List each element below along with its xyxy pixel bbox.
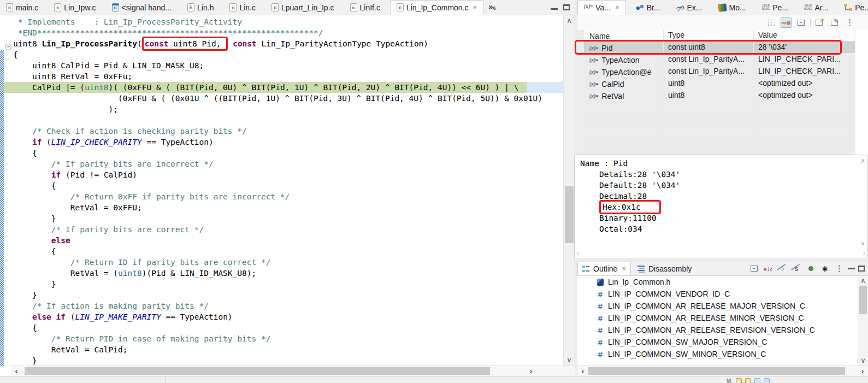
code-line-27[interactable]: /* If action is making parity bits */ xyxy=(0,300,564,311)
hide-fields-icon[interactable]: ○ xyxy=(777,263,788,274)
column-header-name[interactable]: Name xyxy=(584,30,664,41)
code-editor[interactable]: * Implements : Lin_Ip_ProcessParity_Acti… xyxy=(0,15,575,366)
collapse-all-icon[interactable]: − xyxy=(795,17,806,28)
scroll-left-icon[interactable]: ‹ xyxy=(11,366,22,376)
show-logical-structure-icon[interactable]: ⇒▦ xyxy=(781,17,792,28)
code-line-20[interactable]: /* If parity bits are correct */ xyxy=(0,224,564,235)
close-icon[interactable]: × xyxy=(622,264,626,273)
code-line-29[interactable]: { xyxy=(0,322,564,333)
code-line-15[interactable]: if (Pid != CalPid) xyxy=(0,169,564,180)
code-line-22[interactable]: { xyxy=(0,246,564,257)
code-line-31[interactable]: RetVal = CalPid; xyxy=(0,344,564,355)
tab-overflow-button[interactable]: »6 xyxy=(487,0,498,15)
variable-row-empty[interactable] xyxy=(584,126,855,138)
scroll-left-icon[interactable]: ‹ xyxy=(577,366,588,376)
view-tab-mo[interactable]: Mo... xyxy=(712,0,752,15)
view-tab-outline[interactable]: Outline× xyxy=(577,262,631,275)
outline-item-lin-ip-common-sw-minor-version-c[interactable]: #LIN_IP_COMMON_SW_MINOR_VERSION_C xyxy=(577,348,868,360)
outline-item-lin-ip-common-h[interactable]: Lin_Ip_Common.h xyxy=(577,276,868,288)
editor-tab-lpuart-lin-ip-c[interactable]: cLpuart_Lin_Ip.c xyxy=(265,0,340,15)
code-line-26[interactable]: } xyxy=(0,290,564,300)
scroll-up-icon[interactable]: ∧ xyxy=(858,276,868,285)
scroll-right-icon[interactable]: › xyxy=(525,366,536,376)
code-line-19[interactable]: } xyxy=(0,213,564,224)
code-line-11[interactable]: /* Check if action is checking parity bi… xyxy=(0,126,564,137)
outline-item-lin-ip-common-sw-major-version-c[interactable]: #LIN_IP_COMMON_SW_MAJOR_VERSION_C xyxy=(577,336,868,348)
code-line-24[interactable]: RetVal = (uint8)(Pid & LIN_ID_MASK_U8); xyxy=(0,268,564,279)
editor-tab-lin-c[interactable]: cLin.c xyxy=(223,0,262,15)
variable-row-retval[interactable]: (x)=RetValuint8<optimized out> xyxy=(584,90,855,102)
code-line-21[interactable]: else xyxy=(0,235,564,246)
code-line-10[interactable] xyxy=(0,115,564,126)
scroll-right-icon[interactable]: › xyxy=(857,366,868,376)
code-line-28[interactable]: else if (LIN_IP_MAKE_PARITY == TypeActio… xyxy=(0,311,564,322)
hide-non-public-members-icon[interactable] xyxy=(805,263,816,274)
scroll-down-icon[interactable]: ∨ xyxy=(858,356,868,365)
editor-tab-lin-ipw-c[interactable]: cLin_Ipw.c xyxy=(48,0,102,15)
fold-collapse-icon[interactable]: − xyxy=(5,44,11,50)
variable-row-typeaction[interactable]: (x)=TypeActionconst Lin_Ip_ParityA...LIN… xyxy=(584,54,855,66)
outline-item-lin-ip-common-ar-release-revision-version-c[interactable]: #LIN_IP_COMMON_AR_RELEASE_REVISION_VERSI… xyxy=(577,324,868,336)
outline-item-lin-ip-common-ar-release-minor-version-c[interactable]: #LIN_IP_COMMON_AR_RELEASE_MINOR_VERSION_… xyxy=(577,312,868,324)
variable-row-empty[interactable] xyxy=(584,114,855,126)
code-line-17[interactable]: /* Return 0xFF if parity bits are incorr… xyxy=(0,191,564,202)
close-icon[interactable]: × xyxy=(473,3,477,11)
editor-horizontal-scrollbar[interactable]: ‹ › xyxy=(0,366,575,376)
view-tab-disassembly[interactable]: Disassembly xyxy=(633,262,696,275)
scroll-up-icon[interactable]: ∧ xyxy=(564,16,575,25)
hide-inactive-directives-icon[interactable]: ∗ xyxy=(819,263,830,274)
code-line-5[interactable]: uint8 CalPid = Pid & LIN_ID_MASK_U8; xyxy=(0,60,564,71)
maximize-icon[interactable] xyxy=(858,266,865,272)
variable-row-empty[interactable] xyxy=(584,138,855,150)
view-sash[interactable] xyxy=(575,258,868,262)
editor-vertical-scrollbar[interactable]: ∧ ∨ xyxy=(563,15,575,366)
variable-row-empty[interactable] xyxy=(584,102,855,114)
code-line-12[interactable]: if (LIN_IP_CHECK_PARITY == TypeAction) xyxy=(0,137,564,148)
variable-row-calpid[interactable]: (x)=CalPiduint8<optimized out> xyxy=(584,78,855,90)
view-tab-ex[interactable]: Ex... xyxy=(670,0,708,15)
outline-vertical-scrollbar[interactable]: ∧ ∨ xyxy=(858,276,868,366)
sort-icon[interactable]: a↓z xyxy=(763,263,773,274)
scrollbar-thumb[interactable] xyxy=(859,286,867,314)
status-icon[interactable] xyxy=(754,378,760,383)
code-line-18[interactable]: RetVal = 0xFFU; xyxy=(0,202,564,213)
scrollbar-thumb[interactable] xyxy=(565,186,574,243)
code-line-23[interactable]: /* Return ID if parity bits are correct … xyxy=(0,257,564,268)
column-header-type[interactable]: Type xyxy=(664,30,754,41)
new-view-icon[interactable]: ↗ xyxy=(814,17,825,28)
code-line-13[interactable]: { xyxy=(0,148,564,158)
close-icon[interactable]: × xyxy=(615,3,619,11)
view-tab-br[interactable]: Br... xyxy=(630,0,666,15)
view-menu-icon[interactable] xyxy=(844,17,855,28)
outline-item-lin-ip-common-ar-release-major-version-c[interactable]: #LIN_IP_COMMON_AR_RELEASE_MAJOR_VERSION_… xyxy=(577,300,868,312)
code-line-9[interactable]: ); xyxy=(0,104,564,115)
code-line-2[interactable]: *END************************************… xyxy=(0,27,564,38)
maximize-icon[interactable] xyxy=(563,4,570,10)
view-tab-ar[interactable]: 10100101Ar... xyxy=(798,0,834,15)
code-line-6[interactable]: uint8 RetVal = 0xFFu; xyxy=(0,71,564,82)
show-type-names-icon[interactable]: ⋮ xyxy=(766,17,777,28)
editor-tab-main-c[interactable]: cmain.c xyxy=(0,0,44,15)
code-line-14[interactable]: /* If parity bits are incorrect */ xyxy=(0,158,564,169)
outline-horizontal-scrollbar[interactable]: ‹ › xyxy=(577,366,868,376)
column-header-value[interactable]: Value xyxy=(754,30,840,41)
status-icon[interactable] xyxy=(764,378,770,383)
variable-row-pid[interactable]: (x)=Pidconst uint828 '\034' xyxy=(584,42,855,54)
status-icon[interactable] xyxy=(745,378,751,383)
view-tab-pe[interactable]: 10100101Pe... xyxy=(756,0,794,15)
code-line-8[interactable]: (0xFFU & ( (0x01U ^ ((BIT(Pid, 1U) ^ BIT… xyxy=(0,93,564,104)
code-line-30[interactable]: /* Return PID in case of making parity b… xyxy=(0,333,564,344)
scroll-up-icon[interactable]: ∧ xyxy=(860,157,865,164)
minimize-icon[interactable] xyxy=(848,268,855,269)
view-menu-icon[interactable] xyxy=(834,263,845,274)
hide-static-members-icon[interactable]: s xyxy=(791,263,802,274)
scrollbar-thumb[interactable] xyxy=(25,367,490,375)
editor-tab-lin-h[interactable]: hLin.h xyxy=(181,0,220,15)
view-tab-pe[interactable]: Pe... xyxy=(838,0,868,15)
scrollbar-thumb[interactable] xyxy=(588,367,845,375)
minimize-icon[interactable] xyxy=(551,8,558,10)
code-line-25[interactable]: } xyxy=(0,279,564,290)
code-line-32[interactable]: } xyxy=(0,355,564,366)
code-line-16[interactable]: { xyxy=(0,180,564,191)
scroll-left-icon[interactable]: ‹ xyxy=(577,249,579,257)
